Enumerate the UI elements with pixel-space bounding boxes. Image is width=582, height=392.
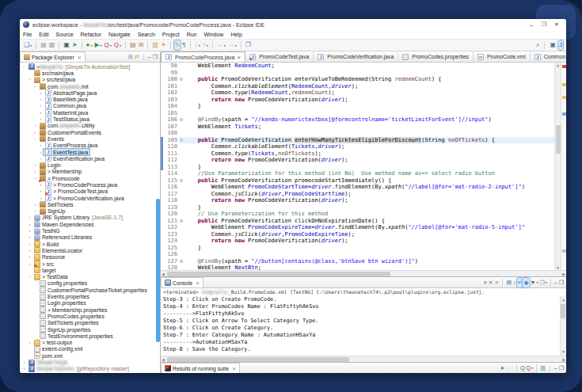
tree-item[interactable]: ›> Build [20, 241, 160, 247]
line-number[interactable]: 116 [163, 184, 179, 191]
tree-item[interactable]: CustomerPortalPurchaseTicket.properties [20, 287, 160, 293]
terminate-button[interactable]: ■ [482, 278, 487, 287]
clear-console-button[interactable]: ▤ [505, 278, 512, 287]
tree-item[interactable]: Login.properties [20, 300, 160, 306]
code-line[interactable]: 111 Common.type(Tickets,noOfTickets); [161, 150, 554, 158]
menu-project[interactable]: Project [162, 32, 180, 37]
line-number[interactable]: 113 [163, 164, 179, 171]
tree-item[interactable]: ›JEventTest.java [20, 149, 160, 155]
previous-failure-button[interactable]: ↑ [510, 363, 515, 373]
scroll-up-icon[interactable]: ▲ [555, 63, 561, 67]
code-line[interactable]: 112 return new PromoCodeVerification(dri… [161, 157, 554, 164]
tree-item[interactable]: ›ElementsLocator [20, 247, 160, 253]
menu-help[interactable]: Help [230, 32, 242, 37]
line-number[interactable]: 101 [163, 83, 179, 90]
tree-item[interactable]: ›JSimpleTixQA [20, 359, 160, 365]
console-horizontal-scrollbar[interactable]: ◀ ▶ [161, 356, 566, 362]
annotation-mark[interactable] [562, 96, 566, 99]
line-number[interactable]: 102 [163, 89, 179, 97]
line-number[interactable]: 122 [163, 224, 179, 231]
line-number[interactable]: 104 [163, 103, 179, 110]
javaee-perspective-button[interactable]: ▣ [549, 40, 557, 50]
tree-item[interactable]: ›com.simpletix.init [20, 83, 160, 89]
chevron-collapsed-icon[interactable]: › [38, 188, 44, 194]
scroll-right-icon[interactable]: ▶ [562, 356, 565, 362]
rerun-tests-button[interactable]: Q [519, 363, 525, 373]
tree-item[interactable]: SignUp.properties [20, 326, 160, 333]
maximize-view-button[interactable]: ❐ [558, 278, 565, 287]
code-line[interactable]: 108 [161, 130, 554, 137]
tree-item[interactable]: ›Resource [20, 254, 160, 261]
code-line[interactable]: 122 WebElement PromoCodeExpireTime=drive… [161, 224, 554, 231]
external-tools-button[interactable]: Q▾ [113, 40, 122, 50]
tree-scrollbar[interactable] [156, 199, 160, 341]
annotation-mark[interactable] [562, 83, 566, 86]
chevron-collapsed-icon[interactable]: › [27, 261, 32, 267]
line-number[interactable]: 106 [163, 116, 179, 124]
code-line[interactable]: 109 public PromoCodeVerification enterHo… [161, 137, 554, 144]
code-line[interactable]: 118 return new PromoCodeVerification(dri… [161, 197, 554, 204]
menu-edit[interactable]: Edit [39, 32, 48, 37]
tree-item[interactable]: ›> Promocode [20, 175, 160, 181]
tree-item[interactable]: ›> test-output [20, 339, 160, 345]
chevron-collapsed-icon[interactable]: › [27, 340, 32, 345]
tree-item[interactable]: extent-config.xml [20, 346, 160, 352]
quick-access-search-button[interactable]: ⌕ [535, 40, 540, 50]
scroll-left-icon[interactable]: ◀ [162, 356, 165, 362]
minimize-view-button[interactable]: – [147, 52, 152, 62]
tree-item[interactable]: ›JAbstractPage.java [20, 89, 160, 96]
line-number[interactable]: 112 [163, 157, 179, 164]
fold-icon[interactable] [180, 260, 183, 263]
console-output[interactable]: Step-3 : Click on Create PromoCode.Step-… [161, 296, 566, 356]
mark-occurrences-button[interactable]: ✎ [174, 40, 181, 50]
chevron-expanded-icon[interactable]: › [32, 176, 38, 181]
code-line[interactable]: 117 Common.jsClick(driver,PromoCodeStart… [161, 191, 554, 198]
scrollbar-thumb[interactable] [561, 304, 565, 318]
scrollbar-thumb[interactable] [167, 272, 390, 276]
code-line[interactable]: 102 Common.type(RedeemCount,redeemCount)… [161, 89, 554, 97]
tree-item[interactable]: > Membership.properties [20, 306, 160, 313]
close-icon[interactable]: ✕ [78, 55, 82, 60]
chevron-collapsed-icon[interactable]: › [32, 208, 38, 214]
code-line[interactable]: 107 WebElement Tickets; [161, 124, 554, 131]
line-number[interactable]: 100 [163, 76, 179, 83]
line-number[interactable]: 108 [163, 130, 179, 137]
scroll-down-icon[interactable]: ▼ [561, 348, 566, 356]
tree-item[interactable]: SellTickets.properties [20, 320, 160, 326]
chevron-collapsed-icon[interactable]: › [32, 162, 38, 168]
scroll-right-icon[interactable]: ▶ [562, 271, 565, 276]
code-line[interactable]: 100 public PromoCodeVerification enterVa… [161, 76, 554, 83]
tree-item[interactable]: src/main/java [20, 70, 160, 76]
minimize-view-button[interactable]: – [553, 278, 558, 287]
close-button[interactable]: ✕ [550, 21, 563, 28]
chevron-collapsed-icon[interactable]: › [27, 215, 32, 220]
code-line[interactable]: 128 WebElement NextBtn; [161, 265, 554, 270]
chevron-expanded-icon[interactable]: › [27, 274, 32, 280]
annotation-mark[interactable] [562, 65, 566, 68]
scroll-up-icon[interactable]: ▲ [561, 296, 566, 303]
overview-ruler[interactable] [561, 63, 566, 270]
scroll-left-icon[interactable]: ◀ [162, 271, 165, 276]
scroll-lock-button[interactable]: ↕ [512, 278, 517, 287]
chevron-collapsed-icon[interactable]: › [38, 150, 44, 155]
line-number[interactable]: 119 [163, 204, 179, 211]
editor-vertical-scrollbar[interactable]: ▲ ▼ [554, 63, 561, 270]
java-perspective-button[interactable]: J [558, 40, 563, 50]
chevron-collapsed-icon[interactable]: › [38, 103, 44, 108]
search-flashlight-button[interactable]: ✦ [160, 40, 167, 50]
view-menu-button[interactable]: ⋮ [140, 52, 147, 62]
next-annotation-button[interactable]: ↓▾ [194, 40, 201, 50]
editor-tab-promocodeprocess-java[interactable]: JPromoCodeProcess.java✕ [161, 51, 245, 62]
chevron-collapsed-icon[interactable]: › [27, 222, 32, 227]
debug-button[interactable]: ●▾ [86, 40, 93, 50]
tab-console[interactable]: Console ✕ [161, 277, 204, 287]
menu-navigate[interactable]: Navigate [108, 32, 131, 37]
menu-search[interactable]: Search [138, 32, 155, 37]
prev-annotation-button[interactable]: ↑▾ [202, 40, 209, 50]
run-config-button[interactable]: Q▾ [104, 40, 112, 50]
tree-item[interactable]: ›J> SimpleTix[SimpleTix AutomationTest] [20, 63, 160, 70]
tree-item[interactable]: ›JTestStatus.java [20, 116, 160, 122]
tree-item[interactable]: ›JEventProcess.java [20, 143, 160, 149]
line-number[interactable]: 103 [163, 97, 179, 104]
fold-icon[interactable] [180, 179, 183, 182]
